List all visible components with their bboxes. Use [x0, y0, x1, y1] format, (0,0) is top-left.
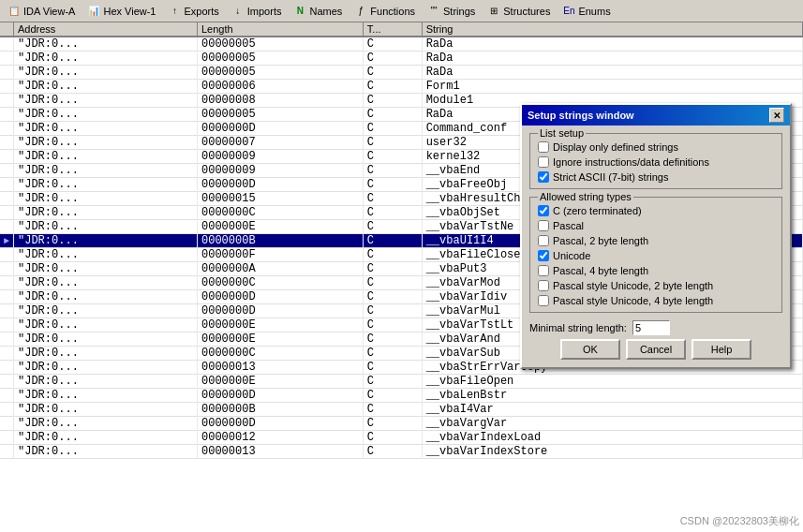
- row-length: 00000009: [197, 164, 363, 178]
- ok-button[interactable]: OK: [560, 339, 620, 360]
- c-zero-checkbox[interactable]: [538, 205, 549, 216]
- checkbox-unicode[interactable]: Unicode: [538, 250, 774, 261]
- col-string-header: String: [422, 22, 802, 37]
- row-type: C: [363, 164, 422, 178]
- pascal-unicode-4-checkbox[interactable]: [538, 295, 549, 306]
- row-type: C: [363, 178, 422, 192]
- table-row[interactable]: "JDR:0...00000005CRaDa: [0, 66, 803, 80]
- table-header-row: Address Length T... String: [0, 22, 803, 37]
- row-type: C: [363, 445, 422, 459]
- row-length: 00000005: [197, 52, 363, 66]
- checkbox-pascal-unicode-4[interactable]: Pascal style Unicode, 4 byte length: [538, 295, 774, 306]
- checkbox-ignore-instructions[interactable]: Ignore instructions/data definitions: [538, 156, 774, 168]
- cancel-button[interactable]: Cancel: [626, 339, 686, 360]
- row-arrow: [0, 108, 14, 122]
- help-button[interactable]: Help: [691, 339, 751, 360]
- row-arrow: [0, 403, 14, 417]
- list-setup-title: List setup: [538, 127, 586, 139]
- pascal-checkbox[interactable]: [538, 220, 549, 231]
- row-address: "JDR:0...: [14, 417, 198, 431]
- table-row[interactable]: "JDR:0...00000005CRaDa: [0, 37, 803, 52]
- tab-exports[interactable]: ↑ Exports: [162, 2, 223, 21]
- row-length: 0000000E: [197, 332, 363, 347]
- row-address: "JDR:0...: [14, 122, 198, 136]
- row-type: C: [363, 304, 422, 318]
- row-type: C: [363, 234, 422, 248]
- row-arrow: [0, 122, 14, 136]
- tab-structures[interactable]: ⊞ Structures: [482, 2, 555, 21]
- tab-names[interactable]: N Names: [288, 2, 347, 21]
- tab-strings[interactable]: "" Strings: [422, 2, 480, 21]
- imports-icon: ↓: [230, 4, 245, 19]
- row-arrow: [0, 150, 14, 164]
- tab-functions[interactable]: ƒ Functions: [349, 2, 420, 21]
- table-row[interactable]: "JDR:0...0000000DC__vbaLenBstr: [0, 389, 803, 403]
- row-address: "JDR:0...: [14, 361, 198, 375]
- col-type-header: T...: [363, 22, 422, 37]
- row-arrow: [0, 192, 14, 206]
- row-length: 0000000B: [197, 403, 363, 417]
- row-type: C: [363, 389, 422, 403]
- dialog-close-button[interactable]: ✕: [769, 108, 784, 123]
- checkbox-pascal-2[interactable]: Pascal, 2 byte length: [538, 235, 774, 246]
- row-arrow: [0, 304, 14, 318]
- row-arrow: [0, 94, 14, 108]
- checkbox-display-defined[interactable]: Display only defined strings: [538, 141, 774, 153]
- pascal-2-checkbox[interactable]: [538, 235, 549, 246]
- checkbox-pascal[interactable]: Pascal: [538, 220, 774, 231]
- setup-strings-dialog: Setup strings window ✕ List setup Displa…: [520, 103, 792, 369]
- row-type: C: [363, 80, 422, 94]
- structures-icon: ⊞: [486, 4, 501, 19]
- row-length: 0000000F: [197, 248, 363, 262]
- row-length: 00000012: [197, 431, 363, 445]
- allowed-types-group: Allowed string types C (zero terminated)…: [529, 197, 782, 313]
- table-row[interactable]: "JDR:0...00000013C__vbaVarIndexStore: [0, 445, 803, 459]
- min-length-input[interactable]: [632, 320, 670, 335]
- pascal-unicode-2-checkbox[interactable]: [538, 280, 549, 291]
- row-length: 0000000D: [197, 304, 363, 318]
- table-row[interactable]: "JDR:0...0000000BC__vbaI4Var: [0, 403, 803, 417]
- row-address: "JDR:0...: [14, 164, 198, 178]
- checkbox-pascal-unicode-2[interactable]: Pascal style Unicode, 2 byte length: [538, 280, 774, 291]
- row-type: C: [363, 347, 422, 361]
- unicode-checkbox[interactable]: [538, 250, 549, 261]
- row-type: C: [363, 108, 422, 122]
- toolbar: 📋 IDA View-A 📊 Hex View-1 ↑ Exports ↓ Im…: [0, 0, 803, 22]
- exports-icon: ↑: [167, 4, 182, 19]
- row-string: Form1: [422, 80, 802, 94]
- row-type: C: [363, 361, 422, 375]
- checkbox-pascal-4[interactable]: Pascal, 4 byte length: [538, 265, 774, 276]
- row-type: C: [363, 66, 422, 80]
- row-address: "JDR:0...: [14, 318, 198, 332]
- row-type: C: [363, 262, 422, 276]
- table-row[interactable]: "JDR:0...00000006CForm1: [0, 80, 803, 94]
- row-address: "JDR:0...: [14, 136, 198, 150]
- row-type: C: [363, 332, 422, 347]
- row-address: "JDR:0...: [14, 80, 198, 94]
- row-arrow: [0, 276, 14, 290]
- table-row[interactable]: "JDR:0...00000012C__vbaVarIndexLoad: [0, 431, 803, 445]
- strict-ascii-checkbox[interactable]: [538, 171, 549, 183]
- row-length: 0000000E: [197, 220, 363, 234]
- checkbox-c-zero[interactable]: C (zero terminated): [538, 205, 774, 216]
- c-zero-label: C (zero terminated): [553, 205, 642, 216]
- tab-ida-view[interactable]: 📋 IDA View-A: [2, 2, 80, 21]
- row-length: 00000009: [197, 150, 363, 164]
- ignore-instructions-label: Ignore instructions/data definitions: [553, 156, 709, 168]
- row-address: "JDR:0...: [14, 37, 198, 52]
- display-defined-checkbox[interactable]: [538, 141, 549, 153]
- tab-hex-view[interactable]: 📊 Hex View-1: [82, 2, 160, 21]
- table-row[interactable]: "JDR:0...00000005CRaDa: [0, 52, 803, 66]
- tab-imports[interactable]: ↓ Imports: [226, 2, 287, 21]
- strings-icon: "": [426, 4, 441, 19]
- dialog-title: Setup strings window: [528, 110, 634, 121]
- row-arrow: ►: [0, 234, 14, 248]
- table-row[interactable]: "JDR:0...0000000DC__vbaVargVar: [0, 417, 803, 431]
- checkbox-strict-ascii[interactable]: Strict ASCII (7-bit) strings: [538, 171, 774, 183]
- pascal-4-checkbox[interactable]: [538, 265, 549, 276]
- ignore-instructions-checkbox[interactable]: [538, 156, 549, 168]
- table-row[interactable]: "JDR:0...0000000EC__vbaFileOpen: [0, 375, 803, 389]
- col-address-header: Address: [14, 22, 198, 37]
- row-address: "JDR:0...: [14, 178, 198, 192]
- tab-enums[interactable]: En Enums: [557, 2, 615, 21]
